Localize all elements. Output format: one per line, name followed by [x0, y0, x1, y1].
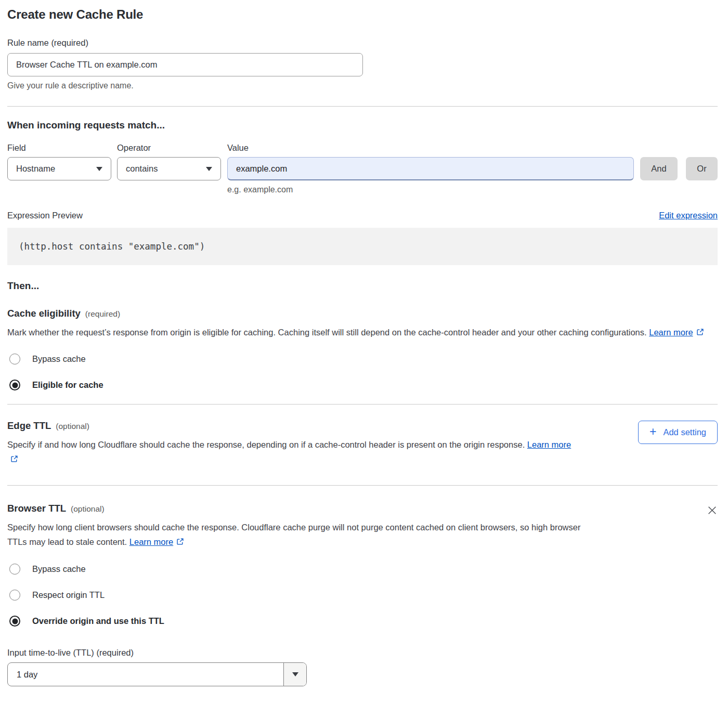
- cache-eligibility-heading: Cache eligibility (required): [7, 308, 718, 319]
- match-section-heading: When incoming requests match...: [7, 120, 718, 131]
- close-icon[interactable]: [707, 505, 718, 516]
- edit-expression-link[interactable]: Edit expression: [659, 211, 718, 220]
- radio-checked-icon[interactable]: [9, 380, 20, 390]
- expression-code: (http.host contains "example.com"): [19, 241, 205, 252]
- radio-icon[interactable]: [9, 354, 20, 364]
- cache-eligibility-description: Mark whether the request’s response from…: [7, 325, 707, 340]
- cache-eligibility-learn-more-link[interactable]: Learn more: [649, 328, 693, 337]
- ttl-select[interactable]: 1 day: [7, 662, 307, 686]
- chevron-down-icon: [96, 167, 102, 171]
- operator-select[interactable]: contains: [117, 157, 221, 180]
- value-helper: e.g. example.com: [227, 185, 718, 194]
- radio-bypass-cache-browser[interactable]: Bypass cache: [9, 564, 718, 575]
- expression-code-block: (http.host contains "example.com"): [7, 228, 718, 265]
- radio-icon[interactable]: [9, 564, 20, 575]
- divider: [7, 106, 718, 107]
- edge-ttl-learn-more-link[interactable]: Learn more: [527, 440, 571, 449]
- rule-name-label: Rule name (required): [7, 38, 718, 48]
- value-column-label: Value: [227, 143, 249, 153]
- edge-ttl-description: Specify if and how long Cloudflare shoul…: [7, 437, 582, 466]
- field-select[interactable]: Hostname: [7, 157, 111, 180]
- add-setting-button[interactable]: + Add setting: [638, 421, 718, 444]
- edge-ttl-heading: Edge TTL (optional): [7, 420, 582, 432]
- browser-ttl-learn-more-link[interactable]: Learn more: [129, 537, 173, 546]
- create-cache-rule-form: Create new Cache Rule Rule name (require…: [0, 0, 728, 686]
- expression-preview-label: Expression Preview: [7, 211, 83, 220]
- rule-name-input[interactable]: [7, 53, 363, 76]
- chevron-down-icon: [206, 167, 212, 171]
- operator-select-value: contains: [126, 164, 158, 174]
- and-button[interactable]: And: [640, 157, 678, 180]
- ttl-input-label: Input time-to-live (TTL) (required): [7, 648, 718, 658]
- value-input[interactable]: [227, 157, 634, 180]
- radio-override-origin-ttl[interactable]: Override origin and use this TTL: [9, 616, 718, 627]
- ttl-select-value: 1 day: [8, 663, 283, 686]
- then-heading: Then...: [7, 280, 718, 292]
- radio-checked-icon[interactable]: [9, 616, 20, 627]
- radio-respect-origin-ttl[interactable]: Respect origin TTL: [9, 590, 718, 601]
- ttl-select-arrow[interactable]: [283, 663, 306, 686]
- radio-eligible-for-cache[interactable]: Eligible for cache: [9, 380, 718, 390]
- radio-bypass-cache[interactable]: Bypass cache: [9, 354, 718, 364]
- external-link-icon: [696, 325, 704, 333]
- browser-ttl-heading: Browser TTL (optional): [7, 503, 582, 514]
- plus-icon: +: [649, 426, 656, 438]
- external-link-icon: [176, 535, 184, 543]
- page-title: Create new Cache Rule: [7, 7, 718, 22]
- or-button[interactable]: Or: [686, 157, 718, 180]
- operator-column-label: Operator: [117, 143, 227, 153]
- field-column-label: Field: [7, 143, 117, 153]
- field-select-value: Hostname: [16, 164, 55, 174]
- divider: [7, 404, 718, 405]
- rule-name-helper: Give your rule a descriptive name.: [7, 81, 718, 90]
- cache-eligibility-options: Bypass cache Eligible for cache: [7, 354, 718, 390]
- browser-ttl-description: Specify how long client browsers should …: [7, 520, 582, 549]
- divider: [7, 485, 718, 486]
- browser-ttl-options: Bypass cache Respect origin TTL Override…: [7, 564, 718, 627]
- external-link-icon: [10, 452, 18, 460]
- chevron-down-icon: [292, 672, 298, 676]
- radio-icon[interactable]: [9, 590, 20, 601]
